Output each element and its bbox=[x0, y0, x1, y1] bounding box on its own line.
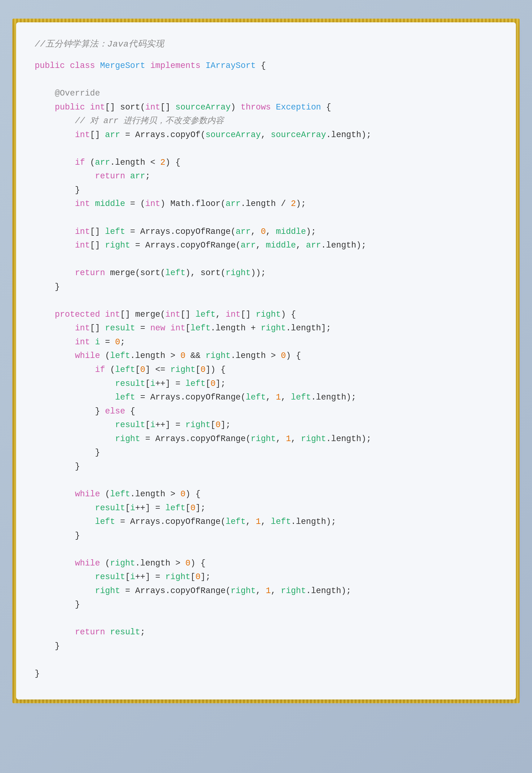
code-card: //五分钟学算法：Java代码实现 public class MergeSort… bbox=[16, 22, 516, 700]
code-block: public class MergeSort implements IArray… bbox=[35, 59, 497, 681]
header-comment: //五分钟学算法：Java代码实现 bbox=[35, 38, 497, 50]
outer-border: //五分钟学算法：Java代码实现 public class MergeSort… bbox=[12, 19, 520, 703]
